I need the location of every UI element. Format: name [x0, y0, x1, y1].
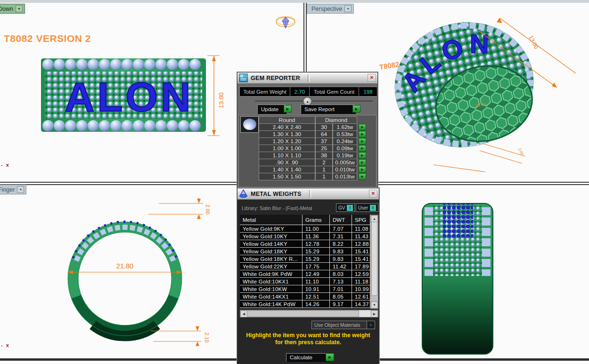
gem-row-arrow-button[interactable]: ▶: [359, 145, 366, 152]
metal-row[interactable]: Yellow Gold:14KY12.788.2212.88: [240, 240, 370, 248]
metal-row[interactable]: White Gold:10KX111.107.1311.18: [240, 278, 370, 285]
metal-row[interactable]: Yellow Gold:18KY R...15.299.8315.41: [240, 255, 370, 263]
gem-count-cell: 25: [315, 145, 333, 152]
gem-count-cell: 38: [315, 152, 333, 159]
titlebar-groove: [308, 74, 310, 82]
gem-size-cell: 1.20 X 1.20: [259, 138, 315, 145]
gem-row: 1.50 X 1.5010.013tw▶: [259, 173, 366, 180]
metal-row[interactable]: Yellow Gold:18KY15.299.8315.41: [240, 248, 370, 255]
ring-wireframe-icon: [275, 15, 296, 31]
panel-slider-track: [255, 101, 373, 101]
gem-count-cell: 1: [315, 173, 333, 180]
metal-row[interactable]: Yellow Gold:22KY17.7511.4217.89: [240, 263, 370, 270]
metal-row[interactable]: Yellow Gold:9KY11.007.0711.08: [240, 225, 370, 233]
gem-weight-cell: 0.24tw: [333, 138, 357, 145]
gv-button[interactable]: GV I: [336, 203, 355, 212]
gem-reporter-title: GEM REPORTER: [251, 75, 300, 81]
metal-grams-cell: 12.49: [303, 270, 330, 277]
gem-reporter-panel: GEM REPORTER ✕ Total Gem Weight 2.70 Tot…: [237, 72, 378, 189]
gem-count-cell: 1: [315, 166, 333, 173]
gem-row-arrow-button[interactable]: ▶: [359, 124, 366, 130]
metal-table: Metal Grams DWT SPG Yellow Gold:9KY11.00…: [240, 215, 370, 308]
chevron-down-icon[interactable]: ▼: [344, 5, 352, 12]
gem-row-arrow-button[interactable]: ▶: [359, 152, 366, 159]
gem-letters-front: ALON: [65, 73, 193, 120]
dimension-label-thickness-persp: 2.00: [517, 147, 524, 156]
metal-row[interactable]: White Gold:9K PdW12.498.0312.59: [240, 270, 370, 278]
gem-row: .90 X .9020.005tw▶: [259, 159, 366, 166]
scroll-down-icon[interactable]: ▼: [371, 301, 378, 308]
scroll-up-icon[interactable]: ▲: [371, 215, 378, 222]
gem-weight-cell: 0.09tw: [333, 145, 357, 152]
total-gem-count-label: Total Gem Count: [309, 87, 359, 97]
gem-row-arrow-button[interactable]: ▶: [359, 166, 366, 173]
metal-col-grams: Grams: [303, 215, 330, 225]
metal-spg-cell: 15.41: [352, 248, 370, 255]
viewport-canvas-side[interactable]: [418, 201, 498, 358]
close-icon[interactable]: ✕: [369, 190, 377, 198]
axis-marker-x: - x: [1, 342, 10, 348]
metal-spg-cell: 11.43: [352, 233, 370, 240]
calculate-arrow-button[interactable]: ▶: [326, 353, 334, 361]
gem-thumbnail[interactable]: [240, 116, 259, 133]
metal-dwt-cell: 8.05: [330, 293, 352, 300]
metal-table-hscrollbar[interactable]: ◀ ▶: [240, 310, 378, 317]
viewport-canvas-finger[interactable]: 21.80 2.00 2.10: [35, 198, 214, 360]
metal-grams-cell: 17.75: [303, 263, 330, 270]
chevron-down-icon[interactable]: ▼: [16, 5, 23, 12]
metal-spg-cell: 10.99: [352, 285, 370, 292]
metal-col-dwt: DWT: [330, 215, 352, 225]
hscroll-thumb[interactable]: [247, 310, 359, 317]
close-icon[interactable]: ✕: [368, 74, 376, 82]
vscroll-thumb[interactable]: [371, 222, 377, 296]
update-arrow-button[interactable]: ▶: [284, 105, 292, 113]
metal-name-cell: Yellow Gold:18KY: [240, 248, 303, 255]
calculate-button[interactable]: Calculate: [286, 353, 329, 362]
save-report-arrow-button[interactable]: ▶: [352, 105, 360, 113]
metal-weights-titlebar[interactable]: METAL WEIGHTS ✕: [237, 188, 379, 200]
metal-spg-cell: 17.89: [352, 263, 370, 270]
scroll-right-icon[interactable]: ▶: [371, 310, 378, 317]
metal-dwt-cell: 7.07: [330, 225, 352, 232]
viewport-tab-down[interactable]: Down ▼: [0, 4, 25, 14]
gem-row-arrow-button[interactable]: ▶: [359, 131, 366, 138]
metal-col-spg: SPG: [352, 215, 370, 225]
metal-row[interactable]: White Gold:14KX112.518.0512.61: [240, 293, 370, 300]
metal-row[interactable]: Yellow Gold:10KY11.367.3111.43: [240, 233, 370, 240]
gem-row-arrow-button[interactable]: ▶: [359, 173, 366, 180]
gem-weight-cell: 0.53tw: [333, 130, 357, 138]
metal-name-cell: White Gold:10KW: [240, 285, 303, 292]
dimension-label-bottom-thickness: 2.10: [204, 332, 210, 342]
gem-size-cell: .90 X .90: [259, 159, 315, 166]
use-object-materials-dropdown[interactable]: Use Object Materials ○: [311, 321, 375, 329]
metal-row[interactable]: White Gold:10KW10.917.0110.99: [240, 285, 370, 293]
user-button[interactable]: User I: [356, 203, 378, 212]
gem-weight-cell: 0.005tw: [333, 159, 357, 166]
gem-row-arrow-button[interactable]: ▶: [359, 138, 366, 145]
scroll-left-icon[interactable]: ◀: [240, 310, 247, 317]
gem-row-arrow-button[interactable]: ▶: [359, 159, 366, 166]
metal-dwt-cell: 8.22: [330, 240, 352, 247]
metal-row[interactable]: White Gold:14K PdW14.269.1714.37: [240, 300, 370, 308]
gem-count-cell: 37: [315, 138, 333, 145]
viewport-canvas-down[interactable]: ALON: [40, 52, 212, 139]
gem-row: 1.00 X 1.00250.09tw▶: [259, 145, 366, 152]
gem-table-rows: 2.40 X 2.40301.62tw▶1.30 X 1.30640.53tw▶…: [259, 124, 366, 180]
viewport-tab-perspective[interactable]: Perspective ▼: [307, 4, 354, 14]
metal-table-vscrollbar[interactable]: ▲ ▼: [370, 215, 378, 309]
dimension-label-13: 13.00: [218, 92, 225, 108]
save-report-button[interactable]: Save Report: [301, 105, 356, 114]
metal-table-header: Metal Grams DWT SPG: [240, 215, 370, 225]
gem-size-cell: 1.40 X 1.40: [259, 166, 315, 173]
gem-row: 1.20 X 1.20370.24tw▶: [259, 138, 366, 145]
metal-name-cell: White Gold:9K PdW: [240, 270, 303, 277]
viewport-tab-finger[interactable]: Finger ▼: [0, 185, 26, 194]
gem-size-cell: 1.00 X 1.00: [259, 145, 315, 152]
viewport-canvas-perspective[interactable]: T8082 VERSION 2 21.80 ALON 13.00 2.00: [363, 9, 589, 173]
metal-grams-cell: 12.78: [303, 240, 330, 247]
gem-reporter-titlebar[interactable]: GEM REPORTER ✕: [237, 73, 377, 84]
metal-spg-cell: 12.59: [352, 270, 370, 277]
chevron-down-icon[interactable]: ▼: [17, 186, 24, 193]
gem-weight-cell: 0.19tw: [333, 152, 357, 159]
update-button[interactable]: Update: [257, 105, 286, 114]
